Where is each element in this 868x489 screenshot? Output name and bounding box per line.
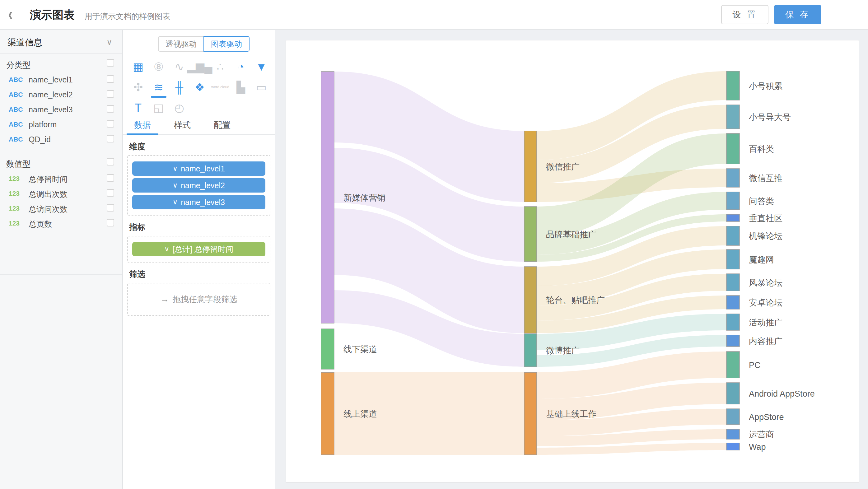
word-cloud-icon: word cloud — [211, 85, 229, 89]
sankey-node[interactable] — [726, 192, 740, 210]
kpi-number-icon[interactable]: ⑧ — [148, 57, 169, 77]
tab-数据[interactable]: 数据 — [132, 116, 153, 134]
sankey-node[interactable] — [726, 133, 740, 164]
dimension-chip[interactable]: ∨name_level2 — [132, 178, 266, 192]
sankey-node[interactable] — [524, 372, 537, 455]
line-chart-icon[interactable]: ∿ — [169, 57, 189, 77]
china-map-icon[interactable]: ❖ — [189, 77, 210, 98]
sankey-node[interactable] — [524, 334, 537, 367]
sankey-node[interactable] — [524, 131, 537, 202]
text-chart-icon[interactable]: T — [128, 98, 148, 118]
sankey-node[interactable] — [726, 314, 740, 330]
back-icon[interactable]: ‹ — [8, 4, 13, 24]
field-checkbox[interactable] — [107, 174, 114, 182]
chart-card-icon[interactable]: ◱ — [148, 98, 169, 118]
funnel-chart-icon[interactable]: ▼ — [251, 57, 272, 77]
sankey-node[interactable] — [726, 274, 740, 291]
sankey-node[interactable] — [726, 429, 740, 439]
sankey-node[interactable] — [726, 214, 740, 221]
sankey-diagram[interactable]: 新媒体营销线下渠道线上渠道微信推广品牌基础推广轮台、贴吧推广微博推广基础上线工作… — [286, 40, 859, 482]
field-checkbox[interactable] — [107, 90, 114, 98]
gauge-chart-icon[interactable]: ◴ — [169, 98, 189, 118]
sankey-node[interactable] — [726, 443, 740, 450]
chevron-down-icon[interactable]: ∨ — [173, 181, 178, 189]
field-item[interactable]: 123 总停留时间 — [0, 171, 122, 186]
chevron-down-icon[interactable]: ∨ — [106, 37, 112, 47]
chevron-down-icon[interactable]: ∨ — [164, 245, 169, 253]
sankey-node[interactable] — [321, 329, 334, 369]
dimension-chip[interactable]: ∨name_level1 — [132, 161, 266, 176]
field-name: 总页数 — [29, 219, 52, 229]
sankey-node[interactable] — [726, 226, 740, 245]
sankey-node[interactable] — [726, 335, 740, 346]
table-chart-icon[interactable]: ▦ — [128, 57, 148, 77]
field-item[interactable]: 123 总调出次数 — [0, 186, 122, 201]
chart-config-panel: 透视驱动图表驱动 ▦⑧∿▂▆▄∴◔▼✣≋╫❖word cloud▙▭T◱◴ 数据… — [123, 30, 275, 489]
field-item[interactable]: 123 总页数 — [0, 216, 122, 231]
dataset-selector[interactable]: 渠道信息 ∨ — [0, 30, 122, 54]
sankey-node[interactable] — [321, 71, 334, 323]
waterfall-chart-icon[interactable]: ▙ — [230, 77, 251, 98]
metric-chip[interactable]: ∨[总计] 总停留时间 — [132, 242, 266, 256]
field-checkbox[interactable] — [107, 105, 114, 113]
nightingale-rose-icon[interactable]: ✣ — [128, 77, 148, 98]
field-checkbox[interactable] — [107, 75, 114, 83]
parallel-chart-icon[interactable]: ╫ — [169, 77, 189, 98]
pie-chart-icon[interactable]: ◔ — [230, 57, 251, 77]
word-cloud-icon[interactable]: word cloud — [210, 77, 230, 98]
chevron-down-icon[interactable]: ∨ — [173, 164, 178, 173]
sankey-node[interactable] — [726, 71, 740, 100]
sankey-node-label: 小号导大号 — [749, 113, 791, 122]
sankey-node-label: 微博推广 — [546, 346, 580, 355]
sankey-node[interactable] — [726, 169, 740, 187]
text-type-icon: ABC — [9, 76, 23, 83]
metric-dropzone[interactable]: ∨[总计] 总停留时间 — [127, 236, 270, 263]
field-item[interactable]: ABC QD_id — [0, 132, 122, 147]
card-view-icon[interactable]: ▭ — [251, 77, 272, 98]
field-item[interactable]: 123 总访问次数 — [0, 201, 122, 216]
field-checkbox[interactable] — [107, 204, 114, 212]
number-type-icon: 123 — [9, 190, 20, 197]
sankey-chart-icon[interactable]: ≋ — [148, 77, 169, 98]
section-label: 数值型 — [6, 159, 30, 170]
mode-toggle-inactive[interactable]: 透视驱动 — [158, 36, 204, 52]
field-item[interactable]: ABC name_level2 — [0, 87, 122, 102]
field-item[interactable]: ABC name_level1 — [0, 72, 122, 87]
filter-dropzone[interactable]: → 拖拽任意字段筛选 — [127, 283, 270, 316]
sankey-node-label: 风暴论坛 — [749, 278, 782, 287]
sankey-node[interactable] — [524, 207, 537, 262]
sankey-node[interactable] — [726, 105, 740, 129]
sankey-node[interactable] — [524, 267, 537, 333]
filter-placeholder: 拖拽任意字段筛选 — [173, 294, 237, 305]
field-name: platform — [29, 120, 57, 129]
field-name: 总访问次数 — [29, 204, 67, 214]
field-checkbox[interactable] — [107, 189, 114, 196]
save-button[interactable]: 保 存 — [774, 5, 822, 24]
tab-配置[interactable]: 配置 — [212, 116, 232, 134]
sankey-node[interactable] — [726, 352, 740, 378]
field-checkbox[interactable] — [107, 135, 114, 143]
dimension-dropzone[interactable]: ∨name_level1∨name_level2∨name_level3 — [127, 155, 270, 216]
sankey-node[interactable] — [726, 249, 740, 269]
scatter-chart-icon[interactable]: ∴ — [210, 57, 230, 77]
dimension-chip[interactable]: ∨name_level3 — [132, 195, 266, 209]
settings-button[interactable]: 设 置 — [721, 5, 769, 24]
sankey-node[interactable] — [726, 296, 740, 309]
section-checkbox[interactable] — [107, 158, 114, 165]
field-item[interactable]: ABC name_level3 — [0, 102, 122, 117]
field-checkbox[interactable] — [107, 219, 114, 226]
sankey-node[interactable] — [726, 383, 740, 404]
section-checkbox[interactable] — [107, 59, 114, 67]
chip-label: name_level2 — [181, 181, 225, 190]
sankey-node-label: 轮台、贴吧推广 — [546, 296, 605, 305]
chevron-down-icon[interactable]: ∨ — [173, 198, 178, 206]
page-title: 演示图表 — [30, 7, 75, 23]
mode-toggle-active[interactable]: 图表驱动 — [204, 36, 249, 52]
sankey-node[interactable] — [321, 372, 334, 455]
field-checkbox[interactable] — [107, 120, 114, 127]
sankey-node[interactable] — [726, 409, 740, 425]
field-item[interactable]: ABC platform — [0, 117, 122, 132]
chart-canvas-area: 新媒体营销线下渠道线上渠道微信推广品牌基础推广轮台、贴吧推广微博推广基础上线工作… — [275, 30, 868, 489]
tab-样式[interactable]: 样式 — [172, 116, 193, 134]
bar-chart-icon[interactable]: ▂▆▄ — [189, 57, 210, 77]
